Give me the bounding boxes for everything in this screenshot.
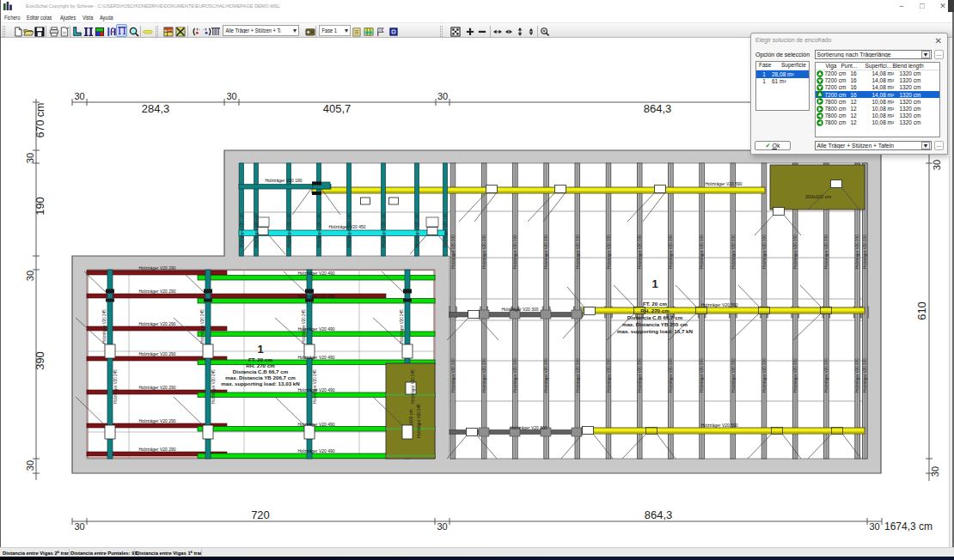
svg-text:30: 30 (869, 521, 879, 532)
svg-text:Holzträger V20 590: Holzträger V20 590 (700, 302, 737, 307)
svg-text:Holzträger V20 490: Holzträger V20 490 (297, 448, 334, 453)
svg-text:FT. 20 cm: FT. 20 cm (248, 356, 272, 362)
svg-text:30: 30 (25, 271, 35, 281)
svg-text:Holzträger V20 330: Holzträger V20 330 (638, 234, 642, 269)
svg-text:30: 30 (226, 91, 236, 101)
svg-text:Holzträger V20 330: Holzträger V20 330 (793, 234, 798, 269)
svg-text:864,3: 864,3 (644, 102, 672, 115)
svg-text:Distancia C.B 66,7 cm: Distancia C.B 66,7 cm (627, 314, 683, 320)
svg-text:Holzträger V20 330: Holzträger V20 330 (824, 358, 829, 393)
svg-text:RH. 270 cm: RH. 270 cm (640, 307, 670, 313)
svg-text:864,3: 864,3 (645, 508, 673, 521)
svg-text:Holzträger V20 190: Holzträger V20 190 (415, 213, 419, 247)
svg-text:Holzträger V20 245: Holzträger V20 245 (211, 369, 216, 404)
svg-text:Holzträger V20 190: Holzträger V20 190 (443, 213, 448, 247)
svg-text:284,3: 284,3 (142, 102, 170, 115)
svg-text:Holzträger V20 330: Holzträger V20 330 (762, 234, 767, 269)
svg-text:Holzträger V20 330: Holzträger V20 330 (793, 358, 798, 393)
svg-text:Holzträger V20 490: Holzträger V20 490 (297, 422, 334, 427)
svg-text:Holzträger V20 330: Holzträger V20 330 (544, 234, 548, 269)
svg-text:405,7: 405,7 (323, 102, 352, 115)
svg-text:Holzträger V20 190: Holzträger V20 190 (254, 213, 259, 247)
svg-text:Holzträger V20 490: Holzträger V20 490 (297, 355, 334, 360)
svg-text:Holzträger V20 590: Holzträger V20 590 (700, 423, 737, 428)
svg-text:Holzträger V20 330: Holzträger V20 330 (544, 358, 548, 393)
svg-text:Holzträger V20 330: Holzträger V20 330 (762, 358, 767, 393)
svg-text:Holzträger V20 290: Holzträger V20 290 (138, 385, 175, 390)
svg-text:max. Distancia YB 206,7 cm: max. Distancia YB 206,7 cm (225, 374, 296, 380)
svg-text:Holzträger V20 330: Holzträger V20 330 (824, 234, 829, 269)
svg-text:Holzträger V20 330: Holzträger V20 330 (576, 358, 580, 393)
svg-text:Holzträger V20 330: Holzträger V20 330 (607, 234, 611, 269)
svg-text:Holzträger V20 245: Holzträger V20 245 (313, 369, 317, 404)
svg-text:30: 30 (437, 91, 448, 101)
svg-text:Holzträger V20 330: Holzträger V20 330 (700, 234, 704, 269)
svg-text:Holzträger V20 330: Holzträger V20 330 (638, 358, 642, 393)
svg-text:Holzträger V20 330: Holzträger V20 330 (855, 234, 859, 269)
svg-text:Holzträger V20 300: Holzträger V20 300 (510, 425, 547, 430)
svg-text:30: 30 (74, 91, 84, 101)
svg-text:Holzträger V20 190: Holzträger V20 190 (382, 213, 386, 247)
svg-text:Distancia C.B 66,7 cm: Distancia C.B 66,7 cm (233, 368, 289, 374)
svg-text:Holzträger V20 330: Holzträger V20 330 (669, 358, 673, 393)
svg-text:Holzträger V20 190: Holzträger V20 190 (287, 213, 291, 247)
svg-text:1: 1 (257, 343, 263, 356)
svg-text:Holzträger V20 490: Holzträger V20 490 (297, 271, 334, 276)
svg-text:Holzträger V20 190: Holzträger V20 190 (317, 213, 321, 247)
svg-text:Holzträger V20 290: Holzträger V20 290 (138, 418, 175, 423)
svg-text:Holzträger V20 245: Holzträger V20 245 (302, 309, 306, 344)
svg-text:Holzträger V20 330: Holzträger V20 330 (451, 358, 456, 393)
svg-text:Holzträger V20 330: Holzträger V20 330 (451, 234, 456, 269)
svg-text:Holzträger V20 245: Holzträger V20 245 (411, 369, 415, 404)
svg-text:Holzträger V20 245: Holzträger V20 245 (113, 369, 118, 404)
svg-text:max. supporting load: 16,7 kN: max. supporting load: 16,7 kN (617, 328, 694, 334)
svg-text:Holzträger V20 190: Holzträger V20 190 (240, 213, 244, 247)
svg-text:Holzträger V20 245: Holzträger V20 245 (417, 404, 421, 438)
svg-text:Holzträger V20 245: Holzträger V20 245 (200, 309, 205, 344)
svg-text:Holzträger V20 290: Holzträger V20 290 (138, 351, 175, 356)
svg-text:Holzträger V20 300: Holzträger V20 300 (501, 307, 538, 312)
svg-text:Holzträger V20 245: Holzträger V20 245 (400, 309, 404, 344)
svg-text:Holzträger V20 330: Holzträger V20 330 (513, 358, 517, 393)
svg-text:30: 30 (930, 466, 940, 477)
svg-text:Holzträger V20 330: Holzträger V20 330 (482, 358, 486, 393)
svg-text:Holzträger V20 290: Holzträger V20 290 (138, 321, 175, 326)
svg-text:Holzträger V20 330: Holzträger V20 330 (576, 234, 580, 269)
svg-text:Holzträger V20 490: Holzträger V20 490 (297, 294, 334, 299)
svg-text:200x100 cm: 200x100 cm (805, 194, 831, 199)
svg-text:Holzträger V20 190: Holzträger V20 190 (265, 178, 302, 183)
svg-text:max. supporting load: 13,03 kN: max. supporting load: 13,03 kN (221, 380, 300, 387)
svg-text:610: 610 (915, 301, 928, 320)
svg-text:Holzträger V20 330: Holzträger V20 330 (731, 234, 736, 269)
svg-text:Holzträger V20 330: Holzträger V20 330 (669, 234, 673, 269)
svg-text:Holzträger V20 245: Holzträger V20 245 (102, 309, 107, 344)
svg-text:1674,3 cm: 1674,3 cm (884, 520, 933, 533)
svg-text:Holzträger V20 330: Holzträger V20 330 (700, 358, 704, 393)
svg-text:RH. 270 cm: RH. 270 cm (246, 362, 275, 368)
svg-text:max. Distancia YB 255 cm: max. Distancia YB 255 cm (622, 321, 688, 327)
svg-text:30: 30 (25, 460, 35, 471)
svg-text:390: 390 (34, 351, 46, 370)
svg-text:Holzträger V20 190: Holzträger V20 190 (347, 213, 352, 247)
svg-text:Holzträger V20 290: Holzträger V20 290 (138, 447, 175, 452)
svg-text:Holzträger V20 330: Holzträger V20 330 (513, 234, 517, 269)
svg-text:Holzträger V20 330: Holzträger V20 330 (731, 358, 736, 393)
svg-text:1: 1 (651, 277, 657, 290)
svg-text:Holzträger V20 590: Holzträger V20 590 (705, 181, 742, 186)
svg-text:30: 30 (25, 153, 35, 163)
svg-text:30: 30 (932, 160, 942, 170)
svg-text:Holzträger V20 330: Holzträger V20 330 (863, 234, 867, 269)
svg-text:Holzträger V20 330: Holzträger V20 330 (855, 358, 859, 393)
svg-text:Holzträger V20 290: Holzträger V20 290 (138, 289, 175, 294)
svg-text:670 cm: 670 cm (34, 103, 46, 138)
svg-text:FT. 20 cm: FT. 20 cm (643, 301, 667, 307)
svg-text:720: 720 (251, 508, 270, 521)
svg-text:Holzträger V20 330: Holzträger V20 330 (482, 234, 486, 269)
svg-text:Holzträger V20 290: Holzträger V20 290 (138, 265, 175, 271)
svg-text:30: 30 (74, 521, 84, 532)
svg-text:30: 30 (437, 521, 447, 532)
svg-text:Holzträger V20 330: Holzträger V20 330 (863, 358, 867, 393)
svg-text:Holzträger V20 330: Holzträger V20 330 (607, 358, 611, 393)
svg-text:190: 190 (34, 197, 46, 216)
